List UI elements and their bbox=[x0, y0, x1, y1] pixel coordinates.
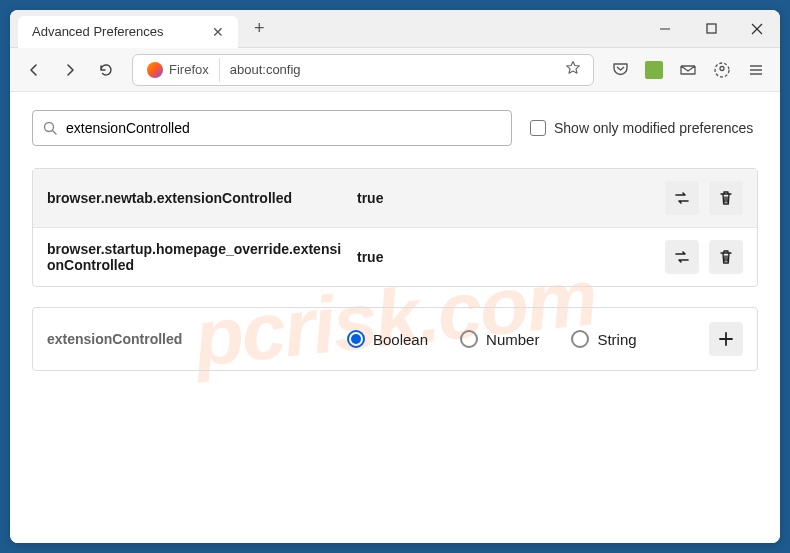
new-pref-name: extensionControlled bbox=[47, 331, 327, 347]
search-row: Show only modified preferences bbox=[32, 110, 758, 146]
preferences-table: browser.newtab.extensionControlled true … bbox=[32, 168, 758, 287]
tab-title: Advanced Preferences bbox=[32, 24, 164, 39]
show-modified-toggle[interactable]: Show only modified preferences bbox=[530, 120, 753, 136]
menu-button[interactable] bbox=[740, 54, 772, 86]
radio-number[interactable]: Number bbox=[460, 330, 539, 348]
account-icon[interactable] bbox=[706, 54, 738, 86]
back-button[interactable] bbox=[18, 54, 50, 86]
svg-line-10 bbox=[53, 130, 57, 134]
extension-icon[interactable] bbox=[638, 54, 670, 86]
minimize-button[interactable] bbox=[642, 10, 688, 48]
maximize-button[interactable] bbox=[688, 10, 734, 48]
search-input[interactable] bbox=[58, 120, 501, 136]
close-tab-icon[interactable]: ✕ bbox=[208, 22, 228, 42]
radio-label: Number bbox=[486, 331, 539, 348]
svg-point-5 bbox=[720, 66, 724, 70]
radio-icon bbox=[347, 330, 365, 348]
titlebar: Advanced Preferences ✕ + bbox=[10, 10, 780, 48]
toggle-button[interactable] bbox=[665, 181, 699, 215]
delete-button[interactable] bbox=[709, 181, 743, 215]
pref-row: browser.newtab.extensionControlled true bbox=[33, 169, 757, 227]
url-bar[interactable]: Firefox about:config bbox=[132, 54, 594, 86]
reload-button[interactable] bbox=[90, 54, 122, 86]
radio-label: Boolean bbox=[373, 331, 428, 348]
checkbox-icon[interactable] bbox=[530, 120, 546, 136]
bookmark-star-icon[interactable] bbox=[557, 60, 589, 80]
new-tab-button[interactable]: + bbox=[246, 14, 273, 43]
close-window-button[interactable] bbox=[734, 10, 780, 48]
pocket-icon[interactable] bbox=[604, 54, 636, 86]
radio-icon bbox=[460, 330, 478, 348]
type-radio-group: Boolean Number String bbox=[347, 330, 689, 348]
add-button[interactable] bbox=[709, 322, 743, 356]
radio-string[interactable]: String bbox=[571, 330, 636, 348]
pref-value: true bbox=[357, 190, 655, 206]
pref-value: true bbox=[357, 249, 655, 265]
delete-button[interactable] bbox=[709, 240, 743, 274]
radio-boolean[interactable]: Boolean bbox=[347, 330, 428, 348]
identity-label: Firefox bbox=[169, 62, 209, 77]
radio-label: String bbox=[597, 331, 636, 348]
search-box[interactable] bbox=[32, 110, 512, 146]
mail-icon[interactable] bbox=[672, 54, 704, 86]
forward-button[interactable] bbox=[54, 54, 86, 86]
pref-row: browser.startup.homepage_override.extens… bbox=[33, 227, 757, 286]
search-icon bbox=[43, 121, 58, 136]
pref-name[interactable]: browser.startup.homepage_override.extens… bbox=[47, 241, 347, 273]
radio-icon bbox=[571, 330, 589, 348]
site-identity[interactable]: Firefox bbox=[137, 58, 220, 82]
toggle-button[interactable] bbox=[665, 240, 699, 274]
new-preference-row: extensionControlled Boolean Number Strin… bbox=[32, 307, 758, 371]
pref-name[interactable]: browser.newtab.extensionControlled bbox=[47, 190, 347, 206]
navigation-toolbar: Firefox about:config bbox=[10, 48, 780, 92]
tab-advanced-preferences[interactable]: Advanced Preferences ✕ bbox=[18, 16, 238, 48]
svg-rect-1 bbox=[707, 24, 716, 33]
firefox-icon bbox=[147, 62, 163, 78]
about-config-content: pcrisk.com Show only modified preference… bbox=[10, 92, 780, 543]
url-address[interactable]: about:config bbox=[220, 62, 557, 77]
toolbar-actions bbox=[604, 54, 772, 86]
show-modified-label: Show only modified preferences bbox=[554, 120, 753, 136]
window-controls bbox=[642, 10, 780, 48]
browser-window: Advanced Preferences ✕ + bbox=[10, 10, 780, 543]
